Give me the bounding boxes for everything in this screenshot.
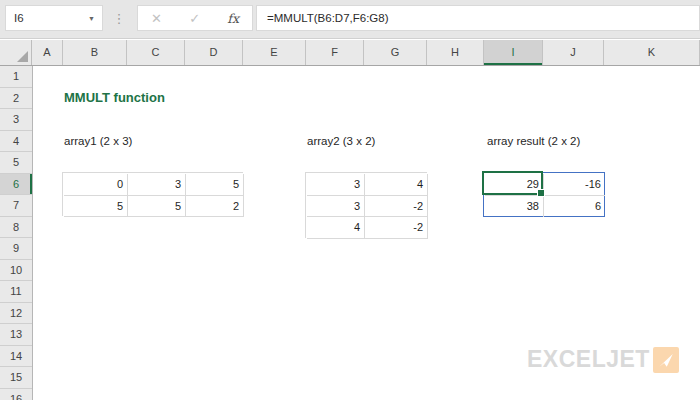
- exceljet-logo-text: EXCELJET: [527, 346, 650, 373]
- row-header-7[interactable]: 7: [0, 195, 32, 217]
- enter-icon[interactable]: ✓: [189, 11, 200, 26]
- label-array2[interactable]: array2 (3 x 2): [307, 130, 375, 152]
- row-header-12[interactable]: 12: [0, 303, 32, 325]
- range-array1: 035552: [62, 172, 243, 216]
- cell-D6[interactable]: 5: [186, 174, 244, 196]
- row-header-9[interactable]: 9: [0, 238, 32, 260]
- exceljet-logo-icon: [653, 347, 679, 373]
- row-header-5[interactable]: 5: [0, 152, 32, 174]
- column-header-K[interactable]: K: [604, 40, 700, 65]
- row-header-11[interactable]: 11: [0, 281, 32, 303]
- row-header-15[interactable]: 15: [0, 367, 32, 389]
- row-header-14[interactable]: 14: [0, 346, 32, 368]
- row-header-2[interactable]: 2: [0, 88, 32, 110]
- cell-B7[interactable]: 5: [64, 196, 128, 218]
- cell-G8[interactable]: -2: [365, 217, 428, 239]
- column-header-I[interactable]: I: [484, 40, 543, 65]
- row-headers: 12345678910111213141516: [0, 66, 33, 400]
- column-header-E[interactable]: E: [243, 40, 306, 65]
- column-header-B[interactable]: B: [63, 40, 127, 65]
- row-header-3[interactable]: 3: [0, 109, 32, 131]
- row-header-4[interactable]: 4: [0, 131, 32, 153]
- row-header-8[interactable]: 8: [0, 217, 32, 239]
- column-header-A[interactable]: A: [32, 40, 63, 65]
- row-header-6[interactable]: 6: [0, 174, 32, 196]
- row-header-13[interactable]: 13: [0, 324, 32, 346]
- select-all-triangle-icon: [17, 51, 28, 62]
- row-header-10[interactable]: 10: [0, 260, 32, 282]
- column-header-G[interactable]: G: [364, 40, 427, 65]
- cell-B6[interactable]: 0: [64, 174, 128, 196]
- column-header-J[interactable]: J: [543, 40, 604, 65]
- range-array2: 343-24-2: [305, 172, 427, 238]
- cancel-icon[interactable]: ✕: [151, 11, 162, 26]
- label-array1[interactable]: array1 (2 x 3): [64, 130, 132, 152]
- name-box-value: I6: [6, 12, 88, 24]
- formula-text: =MMULT(B6:D7,F6:G8): [257, 12, 389, 24]
- select-all-corner[interactable]: [0, 40, 32, 65]
- active-cell-border: [482, 171, 543, 195]
- cell-J7[interactable]: 6: [544, 196, 605, 218]
- name-box-dropdown-icon[interactable]: ▼: [88, 15, 102, 22]
- cell-F6[interactable]: 3: [307, 174, 365, 196]
- cell-D7[interactable]: 2: [186, 196, 244, 218]
- row-header-1[interactable]: 1: [0, 66, 32, 88]
- name-box[interactable]: I6 ▼: [5, 5, 103, 31]
- cell-I7[interactable]: 38: [485, 196, 544, 218]
- cell-F8[interactable]: 4: [307, 217, 365, 239]
- label-array-result[interactable]: array result (2 x 2): [487, 130, 580, 152]
- cell-G6[interactable]: 4: [365, 174, 428, 196]
- formula-bar-separator-icon: ⋮: [112, 5, 126, 31]
- fill-handle[interactable]: [537, 189, 545, 197]
- cell-C7[interactable]: 5: [128, 196, 186, 218]
- cell-G7[interactable]: -2: [365, 196, 428, 218]
- row-header-16[interactable]: 16: [0, 389, 32, 400]
- column-headers: ABCDEFGHIJK: [0, 40, 700, 66]
- sheet-title[interactable]: MMULT function: [64, 87, 165, 109]
- column-header-F[interactable]: F: [306, 40, 364, 65]
- excel-window: I6 ▼ ⋮ ✕ ✓ fx =MMULT(B6:D7,F6:G8) ABCDEF…: [0, 0, 700, 400]
- formula-bar: I6 ▼ ⋮ ✕ ✓ fx =MMULT(B6:D7,F6:G8): [0, 0, 700, 39]
- insert-function-icon[interactable]: fx: [227, 11, 239, 26]
- exceljet-logo: EXCELJET: [527, 346, 679, 373]
- cell-C6[interactable]: 3: [128, 174, 186, 196]
- formula-bar-buttons: ✕ ✓ fx: [137, 5, 253, 31]
- column-header-H[interactable]: H: [427, 40, 484, 65]
- column-header-D[interactable]: D: [185, 40, 243, 65]
- cell-F7[interactable]: 3: [307, 196, 365, 218]
- column-header-C[interactable]: C: [127, 40, 185, 65]
- cell-J6[interactable]: -16: [544, 174, 605, 196]
- formula-input[interactable]: =MMULT(B6:D7,F6:G8): [256, 5, 700, 31]
